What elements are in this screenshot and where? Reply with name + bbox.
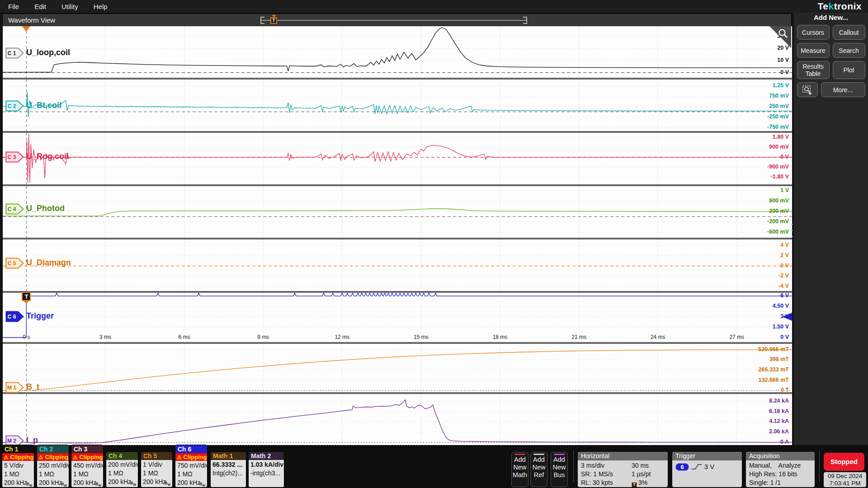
rising-edge-icon bbox=[691, 463, 703, 471]
time-axis-label: 12 ms bbox=[335, 334, 349, 340]
badge-row: 5 V/div bbox=[4, 461, 32, 470]
horizontal-position-scrollbar[interactable]: T bbox=[260, 17, 527, 24]
channel-badge-ch5[interactable]: C 5 bbox=[5, 258, 24, 269]
button-line: Add bbox=[512, 456, 528, 464]
menu-help[interactable]: Help bbox=[94, 3, 108, 10]
trace-ch4 bbox=[3, 209, 792, 216]
badge-row: Intg(ch2)... bbox=[212, 469, 244, 478]
scale-tick-ch4: 1 V bbox=[780, 187, 789, 193]
bottom-settings-bar: Ch 1⚠ Clipping5 V/div1 MΩ200 kHzBWCh 2⚠ … bbox=[0, 445, 868, 488]
waveform-plot-area: 30 V20 V10 V0 VC 1U_loop,coil1.25 V750 m… bbox=[3, 26, 792, 446]
trigger-time-marker[interactable]: T bbox=[22, 292, 31, 301]
channel-settings-badge-ch-3[interactable]: Ch 3⚠ Clipping450 mV/div1 MΩ200 kHzBW bbox=[71, 445, 103, 487]
scale-tick-ch6: 6 V bbox=[780, 292, 789, 299]
channel-settings-badge-ch-1[interactable]: Ch 1⚠ Clipping5 V/div1 MΩ200 kHzBW bbox=[2, 445, 34, 487]
scale-tick-m2: 6.18 kA bbox=[769, 408, 789, 414]
measure-button[interactable]: Measure bbox=[797, 43, 830, 58]
overview-trigger-marker[interactable]: T bbox=[270, 17, 277, 24]
channel-settings-badge-ch-5[interactable]: Ch 51 V/div1 MΩ200 kHzBW bbox=[141, 452, 172, 487]
channel-badge-ch6[interactable]: C 6 bbox=[5, 311, 24, 323]
channel-badge-ch3[interactable]: C 3 bbox=[5, 151, 24, 163]
channel-name-m1[interactable]: B_t bbox=[26, 382, 39, 392]
add-new-math-button[interactable]: AddNewMath bbox=[511, 452, 528, 487]
results-table-button[interactable]: Results Table bbox=[797, 61, 830, 79]
scale-tick-m1: 132.666 mT bbox=[759, 377, 789, 383]
warning-icon: ⚠ bbox=[38, 454, 43, 460]
menu-edit[interactable]: Edit bbox=[34, 3, 46, 10]
search-button[interactable]: Search bbox=[833, 43, 865, 58]
badge-row: 1 MΩ bbox=[143, 469, 170, 478]
add-new-ref-button[interactable]: AddNewRef bbox=[530, 452, 547, 487]
add-new-bus-button[interactable]: AddNewBus bbox=[551, 452, 568, 487]
time-axis: 0 s3 ms6 ms9 ms12 ms15 ms18 ms21 ms24 ms… bbox=[3, 333, 792, 342]
overview-left-bracket[interactable] bbox=[260, 17, 264, 24]
warning-icon: ⚠ bbox=[177, 454, 182, 460]
overview-right-bracket[interactable] bbox=[523, 17, 527, 24]
badge-row: 1 MΩ bbox=[4, 470, 32, 479]
waveform-window: Waveform View T 30 V20 V10 V0 VC 1U_loop… bbox=[2, 14, 792, 445]
badge-row: 1.03 kA/div bbox=[250, 460, 282, 469]
channel-name-ch1[interactable]: U_loop,coil bbox=[26, 48, 70, 57]
svg-text:C 1: C 1 bbox=[8, 50, 16, 56]
bandwidth-limit-icon: BW bbox=[165, 479, 170, 487]
time-axis-label: 9 ms bbox=[257, 334, 269, 340]
svg-text:C 2: C 2 bbox=[8, 103, 16, 109]
svg-text:C 4: C 4 bbox=[8, 206, 16, 212]
channel-settings-badge-ch-4[interactable]: Ch 4200 mV/div1 MΩ200 kHzBW bbox=[106, 452, 138, 487]
channel-slice-m1: 530.666 mT398 mT265.333 mT132.666 mT0 T bbox=[3, 344, 792, 392]
scale-tick-ch3: 1.80 V bbox=[773, 134, 789, 140]
scale-tick-ch4: -200 mV bbox=[767, 218, 789, 225]
badge-body: 5 V/div1 MΩ200 kHzBW bbox=[2, 461, 34, 487]
badge-title: Ch 6 bbox=[175, 445, 207, 453]
clipping-banner: ⚠ Clipping bbox=[2, 453, 34, 461]
channel-name-ch4[interactable]: U_Photod bbox=[26, 204, 65, 213]
trigger-position-caret[interactable] bbox=[22, 26, 30, 32]
svg-text:M 2: M 2 bbox=[7, 438, 16, 444]
badge-row: 200 kHzBW bbox=[39, 479, 67, 487]
channel-name-ch3[interactable]: U_Rog,coil bbox=[26, 152, 69, 161]
marquee-zoom-button[interactable] bbox=[797, 82, 818, 97]
run-stop-status-button[interactable]: Stopped bbox=[824, 453, 864, 471]
menu-file[interactable]: File bbox=[8, 3, 19, 10]
channel-slice-ch1: 30 V20 V10 V0 V bbox=[3, 26, 792, 78]
sample-interval: 1 µs/pt bbox=[632, 470, 651, 479]
channel-badge-ch2[interactable]: C 2 bbox=[5, 100, 24, 112]
cursors-button[interactable]: Cursors bbox=[797, 25, 830, 40]
trigger-level-arrow[interactable] bbox=[782, 313, 792, 321]
trigger-panel-title: Trigger bbox=[672, 452, 742, 460]
channel-badge-m2[interactable]: M 2 bbox=[5, 435, 24, 446]
button-line: New bbox=[531, 464, 547, 471]
scale-tick-ch2: -750 mV bbox=[767, 124, 789, 130]
scale-tick-m2: 0 A bbox=[780, 439, 789, 445]
channel-name-m2[interactable]: I_p bbox=[26, 436, 38, 445]
channel-settings-badge-math-2[interactable]: Math 21.03 kA/div-intg(ch3... bbox=[249, 452, 284, 487]
channel-settings-badge-ch-6[interactable]: Ch 6⚠ Clipping750 mV/div1 MΩ200 kHzBW bbox=[175, 445, 207, 487]
channel-badge-ch4[interactable]: C 4 bbox=[5, 203, 24, 215]
trigger-panel[interactable]: Trigger 6 3 V bbox=[672, 452, 742, 487]
channel-badge-m1[interactable]: M 1 bbox=[5, 382, 24, 394]
scale-tick-ch4: 600 mV bbox=[769, 197, 789, 204]
badge-row: 1 MΩ bbox=[108, 469, 136, 478]
channel-name-ch2[interactable]: U_Bt,coil bbox=[26, 101, 61, 110]
channel-name-ch6[interactable]: Trigger bbox=[26, 311, 54, 321]
channel-settings-badge-math-1[interactable]: Math 166.3332 ...Intg(ch2)... bbox=[211, 452, 246, 487]
channel-badge-ch1[interactable]: C 1 bbox=[5, 47, 24, 59]
panel-splitter-handle[interactable] bbox=[791, 224, 793, 237]
badge-body: 1 V/div1 MΩ200 kHzBW bbox=[141, 460, 172, 487]
button-line: Add bbox=[551, 456, 567, 464]
channel-settings-badge-ch-2[interactable]: Ch 2⚠ Clipping250 mV/div1 MΩ200 kHzBW bbox=[37, 445, 69, 487]
horizontal-panel[interactable]: Horizontal 3 ms/div30 ms SR: 1 MS/s1 µs/… bbox=[578, 452, 668, 487]
button-line: New bbox=[512, 464, 528, 471]
scale-tick-ch2: 250 mV bbox=[769, 103, 789, 109]
channel-name-ch5[interactable]: U_Diamagn bbox=[26, 258, 71, 267]
scale-tick-ch4: 200 mV bbox=[769, 208, 789, 214]
acquisition-panel[interactable]: Acquisition Manual, Analyze High Res: 16… bbox=[746, 452, 815, 487]
badge-row: 450 mV/div bbox=[73, 461, 101, 470]
more-button[interactable]: More... bbox=[821, 82, 865, 97]
callout-button[interactable]: Callout bbox=[833, 25, 865, 40]
record-length: RL: 30 kpts bbox=[581, 479, 632, 487]
warning-icon: ⚠ bbox=[4, 454, 9, 460]
horizontal-panel-title: Horizontal bbox=[578, 452, 668, 460]
menu-utility[interactable]: Utility bbox=[61, 3, 78, 10]
plot-button[interactable]: Plot bbox=[833, 61, 865, 79]
